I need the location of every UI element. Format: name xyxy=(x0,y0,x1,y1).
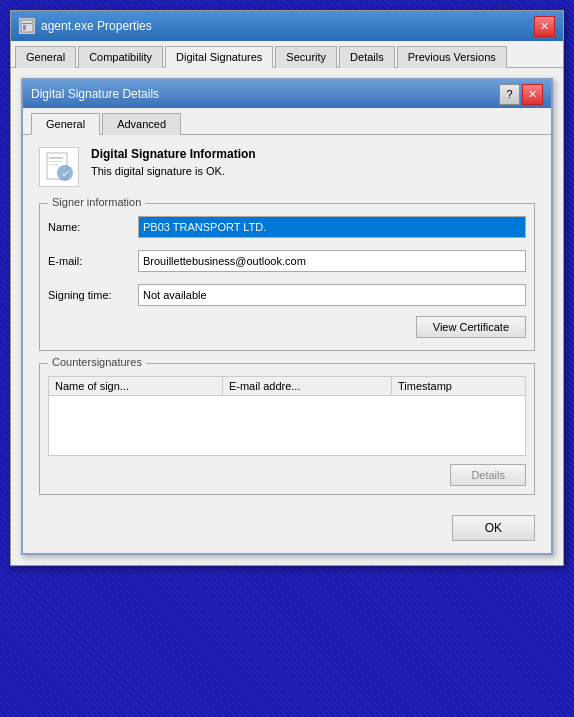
outer-content: Digital Signature Details ? ✕ General Ad… xyxy=(11,68,563,565)
signing-time-row: Signing time: Not available xyxy=(48,284,526,306)
countersignatures-label: Countersignatures xyxy=(48,356,146,368)
signing-time-value[interactable]: Not available xyxy=(138,284,526,306)
svg-rect-5 xyxy=(49,161,63,162)
window-icon xyxy=(19,18,35,34)
details-row: Details xyxy=(48,464,526,486)
outer-tab-bar: General Compatibility Digital Signatures… xyxy=(11,41,563,68)
inner-titlebar: Digital Signature Details ? ✕ xyxy=(23,80,551,108)
inner-help-button[interactable]: ? xyxy=(499,84,520,105)
outer-window: agent.exe Properties ✕ General Compatibi… xyxy=(10,10,564,566)
inner-tab-general[interactable]: General xyxy=(31,113,100,135)
inner-titlebar-buttons: ? ✕ xyxy=(499,84,543,105)
countersignatures-group: Countersignatures Name of sign... E-mail… xyxy=(39,363,535,495)
name-row: Name: PB03 TRANSPORT LTD. xyxy=(48,216,526,238)
inner-close-button[interactable]: ✕ xyxy=(522,84,543,105)
tab-general[interactable]: General xyxy=(15,46,76,68)
inner-content: ✓ Digital Signature Information This dig… xyxy=(23,135,551,507)
view-cert-row: View Certificate xyxy=(48,316,526,338)
outer-close-button[interactable]: ✕ xyxy=(534,16,555,37)
col-email: E-mail addre... xyxy=(222,377,391,396)
col-name: Name of sign... xyxy=(49,377,223,396)
tab-details[interactable]: Details xyxy=(339,46,395,68)
svg-text:✓: ✓ xyxy=(61,168,70,179)
table-row xyxy=(49,396,526,456)
signer-info-group: Signer information Name: PB03 TRANSPORT … xyxy=(39,203,535,351)
name-value[interactable]: PB03 TRANSPORT LTD. xyxy=(138,216,526,238)
signature-header: ✓ Digital Signature Information This dig… xyxy=(39,147,535,187)
signer-info-label: Signer information xyxy=(48,196,145,208)
details-button[interactable]: Details xyxy=(450,464,526,486)
email-label: E-mail: xyxy=(48,255,138,267)
inner-dialog: Digital Signature Details ? ✕ General Ad… xyxy=(21,78,553,555)
svg-rect-0 xyxy=(21,20,33,32)
outer-titlebar-left: agent.exe Properties xyxy=(19,18,152,34)
signature-icon: ✓ xyxy=(39,147,79,187)
svg-rect-4 xyxy=(49,157,63,159)
tab-digital-signatures[interactable]: Digital Signatures xyxy=(165,46,273,68)
countersignatures-table-body xyxy=(49,396,526,456)
ok-row: OK xyxy=(23,507,551,553)
inner-dialog-title: Digital Signature Details xyxy=(31,87,159,101)
view-certificate-button[interactable]: View Certificate xyxy=(416,316,526,338)
sig-heading: Digital Signature Information xyxy=(91,147,256,161)
svg-rect-6 xyxy=(49,164,59,165)
name-label: Name: xyxy=(48,221,138,233)
tab-compatibility[interactable]: Compatibility xyxy=(78,46,163,68)
countersignatures-table: Name of sign... E-mail addre... Timestam… xyxy=(48,376,526,456)
outer-window-title: agent.exe Properties xyxy=(41,19,152,33)
inner-tab-bar: General Advanced xyxy=(23,108,551,135)
inner-tab-advanced[interactable]: Advanced xyxy=(102,113,181,135)
signature-text: Digital Signature Information This digit… xyxy=(91,147,256,177)
svg-rect-1 xyxy=(22,23,32,24)
signing-time-label: Signing time: xyxy=(48,289,138,301)
ok-button[interactable]: OK xyxy=(452,515,535,541)
tab-previous-versions[interactable]: Previous Versions xyxy=(397,46,507,68)
svg-rect-2 xyxy=(23,25,26,30)
email-value[interactable]: Brouillettebusiness@outlook.com xyxy=(138,250,526,272)
outer-titlebar: agent.exe Properties ✕ xyxy=(11,11,563,41)
tab-security[interactable]: Security xyxy=(275,46,337,68)
sig-status: This digital signature is OK. xyxy=(91,165,256,177)
email-row: E-mail: Brouillettebusiness@outlook.com xyxy=(48,250,526,272)
col-timestamp: Timestamp xyxy=(392,377,526,396)
